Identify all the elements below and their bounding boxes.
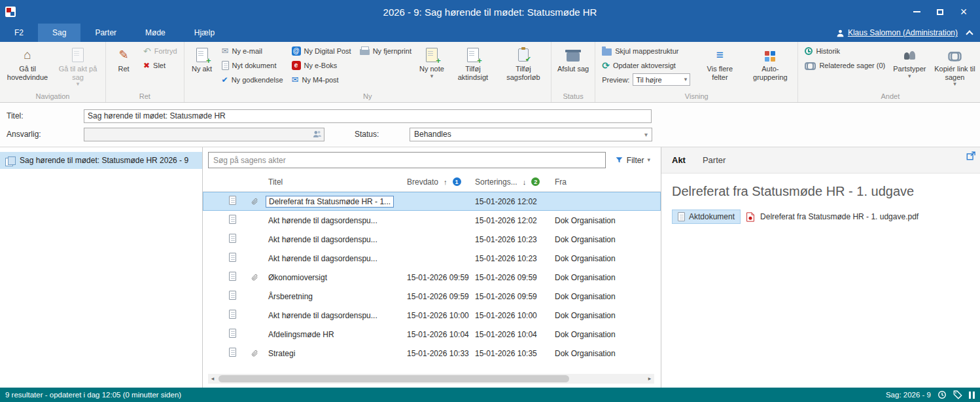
show-more-fields-button[interactable]: ≡ Vis flere felter (695, 44, 744, 82)
participant-picker-icon[interactable] (313, 130, 322, 139)
close-button[interactable]: × (954, 4, 973, 20)
column-header-brevdato[interactable]: Brevdato ↑ 1 (407, 177, 475, 187)
new-document-button[interactable]: Nyt dokument (219, 58, 287, 72)
button-label: Relaterede sager (0) (819, 62, 885, 69)
attachment-row: Aktdokument Delreferat fra Statusmøde HR… (672, 210, 970, 224)
case-status-select[interactable]: Behandles ▾ (410, 128, 652, 141)
record-search-input[interactable] (208, 152, 606, 168)
case-icon (5, 156, 15, 165)
record-table: Titel Brevdato ↑ 1 Sorterings... ↓ 2 Fra (203, 172, 661, 363)
copy-case-link-button[interactable]: Kopiér link til sagen ▾ (930, 44, 979, 88)
aktdokument-chip[interactable]: Aktdokument (672, 210, 741, 224)
digital-post-icon: @ (292, 46, 301, 56)
tab-parter[interactable]: Parter (80, 24, 131, 42)
user-icon (836, 29, 845, 37)
refresh-timer-icon[interactable] (937, 390, 947, 399)
goto-main-window-button[interactable]: ⌂ Gå til hovedvindue (3, 44, 52, 82)
close-case-button[interactable]: Afslut sag (555, 44, 591, 75)
f2-case-window: 2026 - 9: Sag hørende til mødet: Statusm… (0, 0, 980, 402)
responsible-input[interactable] (84, 128, 324, 141)
new-approval-button[interactable]: ✔ Ny godkendelse (219, 73, 287, 86)
result-count-text: 9 resultater - opdateret i dag 12:05 (0 … (5, 391, 181, 399)
new-eboks-button[interactable]: e Ny e-Boks (289, 58, 355, 72)
group-label: Navigation (3, 92, 102, 102)
maximize-button[interactable] (930, 4, 950, 20)
record-title: Akt hørende til dagsordenspu... (266, 234, 380, 245)
new-record-icon: + (196, 48, 208, 62)
open-in-window-icon[interactable] (966, 151, 975, 163)
table-row[interactable]: Strategi 15-01-2026 10:33 15-01-2026 10:… (203, 344, 661, 363)
copy-link-icon (948, 52, 961, 59)
attachment-file-name[interactable]: Delreferat fra Statusmøde HR - 1. udgave… (760, 212, 919, 221)
tab-akt[interactable]: Akt (672, 155, 686, 165)
sort-ascending-icon: ↑ (444, 178, 447, 186)
eboks-icon: e (292, 61, 301, 70)
tab-f2[interactable]: F2 (0, 24, 38, 42)
tab-hjaelp[interactable]: Hjælp (180, 24, 229, 42)
house-icon: ⌂ (24, 48, 31, 62)
new-m4-post-button[interactable]: ✉ Ny M4-post (289, 73, 355, 86)
refresh-record-list-button[interactable]: ⟳ Opdater aktoversigt (599, 58, 693, 72)
dropdown-caret-icon: ▾ (77, 81, 80, 87)
table-row[interactable]: Akt hørende til dagsordenspu... 15-01-20… (203, 211, 661, 230)
group-label: Andet (801, 92, 979, 102)
edit-button[interactable]: ✎ Ret (109, 44, 138, 75)
table-row[interactable]: Akt hørende til dagsordenspu... 15-01-20… (203, 306, 661, 325)
table-row[interactable]: Delreferat fra Statusmøde HR - 1... 15-0… (203, 192, 661, 211)
party-types-button[interactable]: Partstyper ▾ (890, 44, 928, 81)
scroll-right-arrow[interactable]: ▸ (645, 374, 654, 384)
column-header-sorteringsdato[interactable]: Sorterings... ↓ 2 (475, 177, 555, 187)
new-fjernprint-button[interactable]: Ny fjernprint (357, 44, 415, 58)
table-row[interactable]: Akt hørende til dagsordenspu... 15-01-20… (203, 230, 661, 249)
record-title: Delreferat fra Statusmøde HR - 1... (266, 196, 394, 208)
user-name-link[interactable]: Klaus Salomon (Administration) (848, 28, 958, 37)
related-cases-button[interactable]: Relaterede sager (0) (801, 58, 888, 72)
preview-position-select[interactable]: Til højre ▾ (633, 73, 690, 86)
add-sagsforlob-button[interactable]: ✔ Tilføj sagsforløb (499, 44, 548, 82)
case-title-input[interactable] (84, 109, 652, 123)
scroll-left-arrow[interactable]: ◂ (208, 374, 217, 384)
folder-structure-icon (602, 48, 612, 56)
refresh-icon: ⟳ (602, 60, 610, 71)
dropdown-caret-icon: ▾ (684, 77, 688, 82)
minimize-button[interactable] (907, 4, 926, 20)
note-icon: + (426, 48, 438, 62)
tab-parter[interactable]: Parter (703, 155, 726, 165)
scrollbar-thumb[interactable] (219, 375, 569, 382)
column-header-fra[interactable]: Fra (555, 177, 661, 187)
add-aktindsigt-button[interactable]: + Tilføj aktindsigt (449, 44, 497, 82)
document-icon (229, 310, 236, 319)
horizontal-scrollbar[interactable]: ◂ ▸ (208, 374, 654, 384)
tab-moede[interactable]: Møde (131, 24, 180, 42)
new-record-button[interactable]: + Ny akt (188, 44, 217, 75)
collapse-ribbon-icon[interactable] (966, 30, 973, 37)
pause-icon[interactable] (969, 392, 975, 399)
tab-sag[interactable]: Sag (38, 24, 80, 42)
table-row[interactable]: Årsberetning 15-01-2026 09:59 15-01-2026… (203, 287, 661, 306)
auto-grouping-button[interactable]: Auto-gruppering (746, 44, 794, 82)
user-chip[interactable]: Klaus Salomon (Administration) (836, 28, 958, 37)
table-row[interactable]: Akt hørende til dagsordenspu... 15-01-20… (203, 249, 661, 268)
tree-item-case[interactable]: Sag hørende til mødet: Statusmøde HR 202… (0, 152, 202, 169)
goto-record-on-case-button[interactable]: Gå til akt på sag ▾ (54, 44, 102, 88)
delete-button[interactable]: ✖ Slet (140, 58, 181, 72)
new-email-button[interactable]: ✉ Ny e-mail (219, 44, 287, 58)
table-row[interactable]: Økonomioversigt 15-01-2026 09:59 15-01-2… (203, 268, 661, 287)
hide-folder-structure-button[interactable]: Skjul mappestruktur (599, 44, 693, 58)
undo-button[interactable]: ↶ Fortryd (140, 44, 181, 58)
dropdown-caret-icon: ▾ (644, 131, 648, 138)
title-bar: 2026 - 9: Sag hørende til mødet: Statusm… (0, 0, 980, 24)
new-digital-post-button[interactable]: @ Ny Digital Post (289, 44, 355, 58)
history-button[interactable]: Historik (801, 44, 888, 58)
dropdown-caret-icon: ▾ (430, 73, 434, 79)
new-note-button[interactable]: + Ny note ▾ (417, 44, 447, 81)
table-row[interactable]: Afdelingsmøde HR 15-01-2026 10:04 15-01-… (203, 325, 661, 344)
group-label: Ny (188, 92, 548, 102)
tags-icon[interactable] (953, 390, 962, 399)
filter-button[interactable]: Filter ▾ (611, 154, 654, 167)
column-header-title[interactable]: Titel (268, 177, 407, 187)
record-title: Akt hørende til dagsordenspu... (266, 310, 380, 321)
document-icon (229, 215, 236, 224)
ribbon-group-view: Skjul mappestruktur ⟳ Opdater aktoversig… (595, 42, 798, 102)
tree-item-label: Sag hørende til mødet: Statusmøde HR 202… (20, 156, 188, 165)
